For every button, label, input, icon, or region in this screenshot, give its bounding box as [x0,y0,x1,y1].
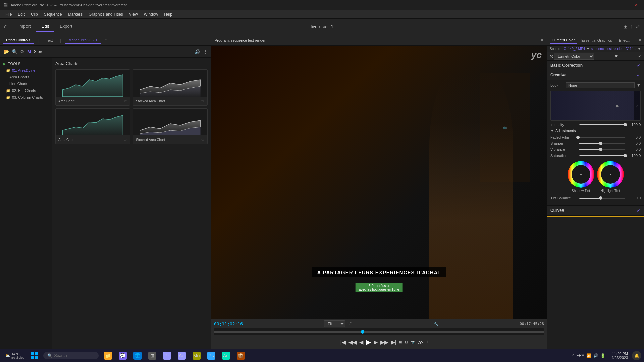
program-menu-icon[interactable]: ≡ [541,38,543,43]
nav-line-charts[interactable]: Line Charts [0,80,52,87]
taskbar-search[interactable]: 🔍 [43,352,99,359]
creative-checkbox[interactable]: ✓ [637,72,641,78]
folder-icon[interactable]: 📂 [3,49,9,54]
nav-area-charts[interactable]: Area Charts [0,74,52,80]
start-button[interactable] [29,350,41,362]
home-button[interactable]: ⌂ [4,23,8,30]
window-controls[interactable]: ─ □ ✕ [612,2,641,8]
chart-card-area2[interactable]: Area Chart ☆ [55,108,130,144]
saturation-thumb[interactable] [624,154,627,157]
tint-balance-track[interactable] [579,198,625,199]
curves-checkbox[interactable]: ✓ [637,208,641,213]
fit-select[interactable]: Fit 25% 50% 100% [324,320,345,327]
go-to-in-button[interactable]: |◀ [340,339,346,345]
prev-frame-button[interactable]: ◀ [359,339,363,345]
tab-essential-graphics[interactable]: Essential Graphics [579,37,615,44]
overwrite-button[interactable]: ⊟ [405,340,408,344]
preview-next-arrow[interactable]: › [634,91,640,120]
star-icon-3[interactable]: ☆ [123,137,127,142]
taskbar-extra[interactable]: 📦 [234,350,248,361]
source-file[interactable]: C1149_2.MP4 [564,47,585,51]
tray-caret[interactable]: ^ [572,353,574,358]
volume-icon[interactable]: 🔊 [195,49,200,54]
search-icon[interactable]: 🔍 [12,49,17,54]
program-scrubber[interactable] [214,328,544,335]
store-button[interactable]: Store [34,49,44,54]
tab-text[interactable]: Text [43,37,56,44]
sequence-name[interactable]: sequence test render · C114... [591,47,636,51]
close-button[interactable]: ✕ [632,2,641,8]
chart-card-stacked[interactable]: Stocked Area Chart ☆ [133,69,208,106]
tab-export[interactable]: Export [54,22,78,32]
taskbar-mo[interactable]: Mo [190,350,203,361]
monitor-icon[interactable]: ⊞ [623,23,628,30]
basic-correction-checkbox[interactable]: ✓ [637,63,641,68]
vibrance-thumb[interactable] [599,148,602,151]
taskbar-explorer[interactable]: 📁 [101,350,115,361]
menu-graphics[interactable]: Graphics and Titles [86,11,126,17]
maximize-button[interactable]: □ [622,2,630,8]
insert-button[interactable]: ⊞ [399,340,402,344]
faded-film-track[interactable] [579,137,625,138]
motion-bro-settings[interactable]: ≡ [105,38,107,42]
mark-in-button[interactable]: ⌐ [329,339,332,345]
star-icon-4[interactable]: ☆ [201,137,205,142]
faded-film-thumb[interactable] [576,136,580,139]
star-icon-2[interactable]: ☆ [201,99,205,103]
nav-bar-charts[interactable]: 📁 02. Bar Charts [0,87,52,94]
nav-area-line[interactable]: 📁 01. Area&Line [0,67,52,74]
taskbar-au[interactable]: Au [219,350,233,361]
tab-motion-bro[interactable]: Motion Bro v3.2.1 [65,37,101,44]
sound-icon[interactable]: 🔊 [593,353,598,358]
minimize-button[interactable]: ─ [612,2,620,8]
more-options-icon[interactable]: ⋮ [203,49,208,54]
creative-header[interactable]: Creative ✓ [547,70,644,80]
sharpen-thumb[interactable] [599,142,602,145]
expand-arrow-icon[interactable]: ▼ [614,54,618,59]
shadow-tint-wheel[interactable] [568,161,594,188]
taskbar-ps[interactable]: Ps [205,350,218,361]
add-track-button[interactable]: + [426,339,429,345]
next-frame-button[interactable]: ▶ [374,339,378,345]
vibrance-track[interactable] [579,149,625,150]
panel-settings-icon[interactable]: ≡ [639,38,641,43]
step-back-button[interactable]: ◀◀ [348,339,357,345]
curves-header[interactable]: Curves ✓ [547,206,644,215]
saturation-track[interactable] [579,155,625,156]
menu-clip[interactable]: Clip [28,11,41,17]
taskbar-edge[interactable]: 🌐 [131,350,144,361]
timecode-in[interactable]: 00;11;02;16 [214,321,243,326]
tab-effect-controls[interactable]: Effect Controls [3,37,34,44]
expand-icon[interactable]: ⤢ [636,23,640,30]
effect-selector[interactable]: Lumetri Color [554,53,594,60]
effect-enable-check[interactable]: ✓ [638,54,641,59]
taskbar-search-input[interactable] [54,353,95,358]
highlight-tint-wheel[interactable] [597,161,624,188]
wifi-icon[interactable]: 📶 [586,353,591,358]
taskbar-ae[interactable]: Ae [175,350,189,361]
taskbar-settings[interactable]: ⊞ [146,350,159,361]
step-forward-button[interactable]: ▶▶ [380,339,388,345]
tab-import[interactable]: Import [13,22,36,32]
system-clock[interactable]: 11:20 PM 4/23/2023 [609,352,631,360]
star-icon[interactable]: ☆ [123,99,127,103]
nav-column-charts[interactable]: 📁 03. Column Charts [0,94,52,101]
intensity-thumb[interactable] [624,123,627,126]
menu-file[interactable]: File [3,11,14,17]
chart-card-area[interactable]: Area Chart ☆ [55,69,130,106]
export-frame-button[interactable]: 📷 [411,340,415,344]
look-chevron[interactable]: ▼ [637,83,641,88]
filter-icon[interactable]: ⚙ [20,49,24,54]
notification-center[interactable]: 🔔 [632,351,641,360]
menu-view[interactable]: View [126,11,141,17]
adjustments-header[interactable]: ▼ Adjustments [550,129,641,133]
menu-help[interactable]: Help [161,11,175,17]
menu-sequence[interactable]: Sequence [41,11,65,17]
add-marker-button[interactable]: ≫ [418,339,424,345]
basic-correction-header[interactable]: Basic Correction ✓ [547,61,644,70]
intensity-track[interactable] [579,124,625,125]
wrench-icon[interactable]: 🔧 [434,322,438,326]
tab-lumetri-color[interactable]: Lumetri Color [550,37,577,44]
battery-icon[interactable]: 🔋 [600,353,605,358]
play-button[interactable]: ▶ [366,338,371,346]
